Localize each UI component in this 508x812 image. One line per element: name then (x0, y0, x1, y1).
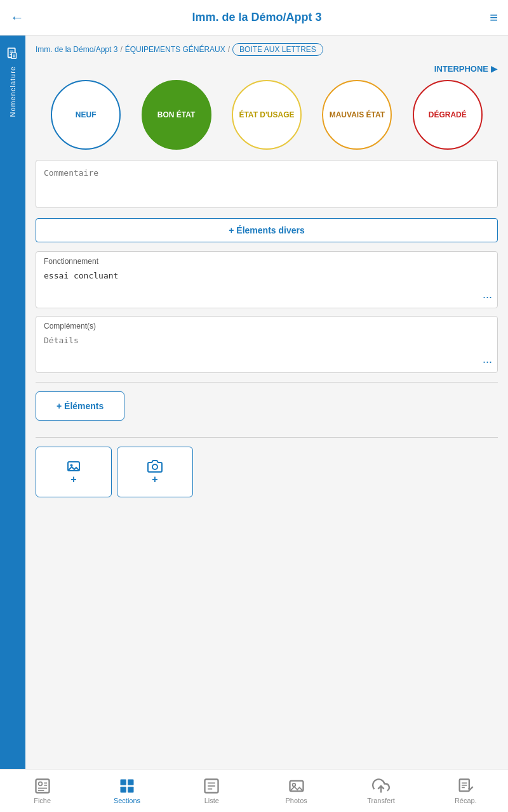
state-circles: NEUF BON ÉTAT ÉTAT D'USAGE MAUVAIS ÉTAT … (36, 80, 498, 150)
sidebar-label: Nomenclature (9, 66, 17, 117)
state-bon-etat[interactable]: BON ÉTAT (142, 80, 211, 150)
breadcrumb-sep-1: / (120, 45, 122, 54)
state-degrade[interactable]: DÉGRADÉ (413, 80, 483, 150)
breadcrumb: Imm. de la Démo/Appt 3 / ÉQUIPEMENTS GÉN… (36, 43, 498, 56)
nav-item-transfert[interactable]: Transfert (338, 777, 423, 804)
svg-point-11 (38, 782, 42, 786)
divider-2 (36, 437, 498, 438)
nav-item-photos[interactable]: Photos (254, 777, 338, 804)
state-mauvais[interactable]: MAUVAIS ÉTAT (322, 80, 392, 150)
comment-section (36, 160, 498, 208)
interphone-nav: INTERPHONE ▶ (36, 63, 498, 74)
svg-rect-18 (120, 787, 126, 792)
liste-icon (203, 777, 220, 795)
recap-icon (457, 777, 474, 795)
breadcrumb-item-2[interactable]: ÉQUIPEMENTS GÉNÉRAUX (125, 45, 225, 54)
svg-point-8 (70, 464, 73, 467)
main-content: Imm. de la Démo/Appt 3 / ÉQUIPEMENTS GÉN… (25, 36, 508, 769)
fonctionnement-textarea[interactable]: essai concluant (36, 267, 497, 305)
nav-liste-label: Liste (204, 797, 219, 804)
photos-icon (288, 777, 305, 795)
back-button[interactable]: ← (10, 10, 24, 26)
left-sidebar: Nomenclature (0, 36, 25, 769)
fonctionnement-label: Fonctionnement (36, 252, 497, 267)
nav-item-sections[interactable]: Sections (84, 777, 169, 804)
nav-fiche-label: Fiche (34, 797, 51, 804)
camera-icon (145, 459, 165, 474)
breadcrumb-sep-2: / (228, 45, 230, 54)
nav-sections-label: Sections (114, 797, 140, 804)
complement-label: Complément(s) (36, 317, 497, 332)
breadcrumb-current[interactable]: BOITE AUX LETTRES (232, 43, 323, 56)
state-usage[interactable]: ÉTAT D'USAGE (232, 80, 302, 150)
fonctionnement-more-button[interactable]: ··· (483, 291, 492, 304)
svg-rect-4 (11, 53, 16, 58)
complement-more-button[interactable]: ··· (483, 355, 492, 369)
svg-rect-16 (120, 780, 126, 785)
add-photo-camera-button[interactable]: + (117, 447, 193, 497)
camera-plus-icon: + (152, 474, 157, 485)
interphone-arrow-icon: ▶ (491, 63, 498, 74)
photo-buttons: + + (36, 447, 498, 497)
nav-photos-label: Photos (286, 797, 307, 804)
nav-item-fiche[interactable]: Fiche (0, 777, 84, 804)
menu-button[interactable]: ≡ (490, 10, 498, 26)
header-title: Imm. de la Démo/Appt 3 (192, 11, 322, 24)
breadcrumb-item-1[interactable]: Imm. de la Démo/Appt 3 (36, 45, 117, 54)
sections-icon (118, 777, 136, 795)
nav-item-liste[interactable]: Liste (170, 777, 254, 804)
state-neuf[interactable]: NEUF (51, 80, 121, 150)
svg-point-9 (152, 464, 157, 469)
fonctionnement-card: Fonctionnement essai concluant ··· (36, 251, 498, 308)
bottom-nav: Fiche Sections Liste Photos (0, 769, 508, 812)
top-header: ← Imm. de la Démo/Appt 3 ≡ (0, 0, 508, 36)
sidebar-doc-icon (6, 47, 20, 63)
add-elements-button[interactable]: + Éléments (36, 391, 124, 421)
svg-rect-17 (128, 780, 133, 785)
fiche-icon (34, 777, 51, 795)
svg-point-25 (292, 783, 295, 787)
nav-transfert-label: Transfert (367, 797, 395, 804)
complement-card: Complément(s) ··· (36, 316, 498, 373)
elements-divers-button[interactable]: + Élements divers (36, 218, 498, 242)
add-photo-gallery-button[interactable]: + (36, 447, 112, 497)
gallery-icon (64, 459, 84, 474)
nav-item-recap[interactable]: Récap. (424, 777, 508, 804)
gallery-plus-icon: + (70, 474, 76, 485)
svg-rect-19 (128, 787, 133, 792)
transfert-icon (372, 777, 390, 795)
divider-1 (36, 382, 498, 383)
complement-textarea[interactable] (36, 332, 497, 370)
nav-recap-label: Récap. (455, 797, 477, 804)
comment-textarea[interactable] (36, 160, 497, 205)
interphone-link[interactable]: INTERPHONE (434, 64, 488, 74)
